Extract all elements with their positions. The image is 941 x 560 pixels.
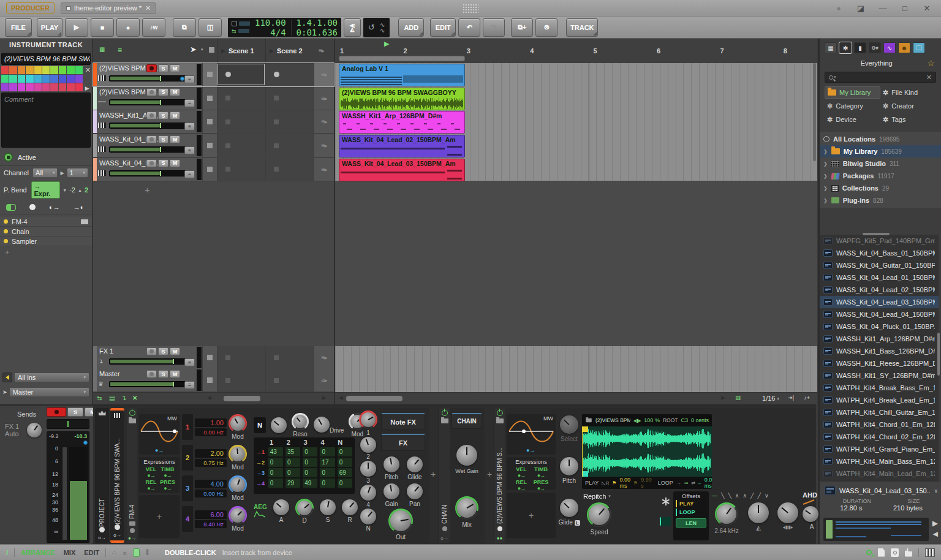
mode-arrange[interactable]: ARRANGE: [21, 549, 55, 556]
favorite-star-icon[interactable]: ☆: [927, 58, 935, 68]
clear-icon[interactable]: ✕: [132, 395, 137, 401]
fm4-mod-source-icon[interactable]: ●→: [155, 447, 164, 453]
operator-freq[interactable]: 8.40 Hz: [195, 520, 227, 528]
palette-swatch[interactable]: [18, 75, 25, 83]
fm4-name[interactable]: FM-4: [129, 426, 135, 519]
piano-icon[interactable]: [925, 548, 935, 557]
input-routing-select[interactable]: All ins▾: [14, 373, 89, 382]
chevron-right-icon[interactable]: ❯: [823, 198, 828, 203]
track-arm-button[interactable]: [146, 135, 157, 143]
arr-scroll-right-icon[interactable]: ▶: [721, 395, 725, 401]
sample-zoom-pct[interactable]: 100 %: [644, 417, 660, 423]
palette-swatch[interactable]: [18, 66, 25, 74]
track-strip[interactable]: (2)VIEWS BPM 96 BPM SWA... o→: [110, 408, 124, 543]
cursor-tool-icon[interactable]: ➤: [190, 45, 197, 54]
arranger-vscrollbar[interactable]: [813, 63, 816, 161]
scroll-left-icon[interactable]: ◀: [207, 395, 211, 401]
clip-slot[interactable]: [217, 63, 265, 86]
arranger-clip[interactable]: WASSH_Kit1_Arp_126BPM_D#m: [339, 111, 465, 134]
env-shape-icon[interactable]: ∨: [765, 493, 769, 499]
clip-slot[interactable]: [217, 87, 265, 110]
sampler-track-label[interactable]: (2)VIEWS BPM 96 BPM S...: [496, 426, 503, 524]
snap-dots-icon[interactable]: ⸫: [112, 548, 116, 556]
sampler-route-icon[interactable]: ●●: [497, 535, 503, 541]
expression-item[interactable]: PRES●→: [159, 479, 176, 491]
track-volume-fader[interactable]: [109, 381, 191, 387]
track-solo-button[interactable]: S: [158, 370, 168, 378]
loop-value[interactable]: 0.00 ms: [705, 477, 712, 489]
channel-select[interactable]: All▾: [32, 168, 58, 178]
fm4-fx-button[interactable]: FX: [381, 434, 425, 451]
track-scene-menu-icon[interactable]: ≡▸: [322, 95, 327, 102]
arr-scroll-left-icon[interactable]: ◀: [339, 395, 343, 401]
fm4-pan-knob[interactable]: [407, 483, 423, 499]
operator-ratio[interactable]: 1.00: [195, 418, 227, 427]
scene-menu-icon[interactable]: ≡▸: [319, 47, 324, 54]
clip-slot[interactable]: [265, 346, 314, 369]
file-list-item[interactable]: WATPH_Kit4_Chord_01_Em_128...: [820, 418, 939, 431]
track-mute-button[interactable]: M: [170, 370, 180, 378]
track-arm-button[interactable]: [146, 64, 157, 72]
metronome-button[interactable]: ◀¦◭: [344, 18, 361, 37]
clip-slot[interactable]: [217, 158, 265, 181]
freeze-icon[interactable]: [662, 498, 670, 505]
track-scene-menu-icon[interactable]: ≡▸: [322, 142, 327, 149]
track-solo-button[interactable]: S: [158, 135, 168, 143]
pan-dot[interactable]: [180, 77, 184, 81]
link-icon[interactable]: ๐: [123, 547, 127, 558]
palette-swatch[interactable]: [59, 75, 66, 83]
pbend-min[interactable]: -2: [69, 186, 75, 194]
palette-swatch[interactable]: [1, 83, 9, 91]
filter-creator[interactable]: ✲Creator: [880, 100, 936, 112]
matrix-cell[interactable]: 0: [303, 447, 317, 456]
grid-dropdown-icon[interactable]: ▴: [777, 396, 779, 401]
palette-swatch[interactable]: [26, 66, 33, 74]
root-cents[interactable]: 0 cents: [691, 417, 709, 423]
route-icon[interactable]: o→: [98, 535, 105, 540]
scene-play-icon[interactable]: ▶: [221, 48, 225, 54]
clip-slot[interactable]: [265, 134, 314, 157]
device-list-item[interactable]: Sampler: [0, 236, 92, 246]
track-solo-button[interactable]: S: [158, 159, 168, 167]
clip-slot[interactable]: [217, 134, 265, 157]
fm4-reso-knob[interactable]: [292, 413, 309, 430]
track-menu-button[interactable]: ≡: [184, 358, 195, 366]
mute-mode-toggle-icon[interactable]: [6, 204, 16, 211]
location-plug-ins[interactable]: ❯Plug-ins828: [820, 194, 941, 206]
browser-devices-icon[interactable]: ▮: [854, 42, 866, 53]
snap-settings-icon[interactable]: ⚄: [735, 395, 741, 401]
fm4-gain-knob[interactable]: [384, 483, 399, 499]
browser-multisamples-icon[interactable]: ☻: [898, 42, 910, 53]
end-flag-icon[interactable]: ⚑: [633, 480, 638, 486]
palette-swatch[interactable]: [18, 83, 25, 91]
file-list-item[interactable]: WASS_Kit_04_Lead_01_150BPM...: [820, 271, 939, 284]
loop-icon[interactable]: ↺: [368, 23, 375, 32]
matrix-cell[interactable]: 0: [320, 447, 334, 456]
palette-swatch[interactable]: [50, 83, 58, 91]
redo-button[interactable]: ↷: [483, 18, 505, 37]
file-list-item[interactable]: WASSH_Kit1_Arp_126BPM_D#m: [820, 333, 939, 345]
mode-mix[interactable]: MIX: [64, 549, 76, 556]
file-list-item[interactable]: WASS_Kit_04_Lead_03_150BPM...: [820, 296, 939, 308]
follow-icon[interactable]: ⇆: [232, 28, 236, 34]
track-scene-menu-icon[interactable]: ≡▸: [322, 354, 327, 361]
track-scene-menu-icon[interactable]: ≡▸: [322, 166, 327, 173]
palette-swatch[interactable]: [50, 75, 58, 83]
track-volume-fader[interactable]: [109, 170, 191, 176]
operator-number[interactable]: 3: [182, 475, 193, 501]
sampler-filter-knob[interactable]: [715, 502, 738, 526]
chevron-right-icon[interactable]: ❯: [823, 173, 828, 179]
sampler-knob-icon[interactable]: [497, 526, 502, 531]
track-scene-menu-icon[interactable]: ≡▸: [322, 377, 327, 384]
scene-play-icon[interactable]: ▶: [270, 48, 274, 54]
arranger-grid-lower[interactable]: [335, 346, 817, 392]
matrix-cell[interactable]: 0: [320, 468, 334, 477]
operator-number[interactable]: 1: [182, 414, 193, 440]
record-button[interactable]: ●: [116, 18, 140, 37]
track-menu-button[interactable]: ≡: [184, 75, 195, 83]
filter-file-kind[interactable]: ✲File Kind: [880, 86, 936, 99]
matrix-cell[interactable]: 0: [268, 458, 283, 467]
zoom-fit-icon[interactable]: ◂▮▸: [633, 418, 641, 423]
selected-file-collapse-icon[interactable]: ∨: [934, 488, 938, 494]
sample-editor[interactable]: (2)VIEWS BPM 96 BPM SWAGGBOYY.wav ◂▮▸ 10…: [582, 414, 712, 489]
